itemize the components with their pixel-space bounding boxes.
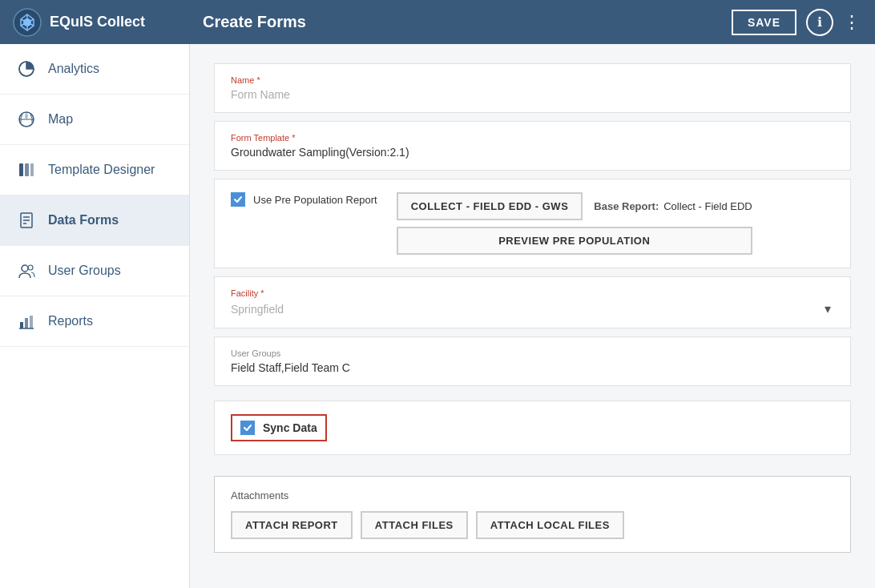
attach-files-button[interactable]: ATTACH FILES xyxy=(361,511,468,539)
sidebar: Analytics Map xyxy=(0,44,190,588)
sidebar-item-template-designer[interactable]: Template Designer xyxy=(0,145,189,195)
preview-pre-population-button[interactable]: PREVIEW PRE POPULATION xyxy=(397,227,752,255)
facility-section: Facility * Springfield ▾ xyxy=(214,276,851,328)
attachments-section: Attachments ATTACH REPORT ATTACH FILES A… xyxy=(214,476,851,553)
main-layout: Analytics Map xyxy=(0,44,875,588)
sync-checkbox[interactable] xyxy=(240,421,255,435)
base-report-label: Base Report: xyxy=(594,200,659,212)
sync-section: Sync Data xyxy=(214,401,851,455)
sidebar-item-data-forms[interactable]: Data Forms xyxy=(0,195,189,246)
collect-field-edd-button[interactable]: COLLECT - FIELD EDD - GWS xyxy=(397,192,583,220)
logo-area: EQuIS Collect xyxy=(13,8,203,37)
map-icon xyxy=(16,109,37,130)
user-groups-value[interactable]: Field Staff,Field Team C xyxy=(231,361,834,374)
svg-rect-11 xyxy=(19,163,23,176)
name-field: Name * Form Name xyxy=(215,64,850,112)
more-button[interactable]: ⋮ xyxy=(843,12,862,33)
user-groups-label: User Groups xyxy=(231,348,834,358)
base-report-area: Base Report: Collect - Field EDD xyxy=(594,200,752,212)
app-logo-icon xyxy=(13,8,42,37)
svg-point-1 xyxy=(23,18,31,26)
header: EQuIS Collect Create Forms SAVE ℹ ⋮ xyxy=(0,0,875,44)
sidebar-label-map: Map xyxy=(48,112,73,127)
page-title: Create Forms xyxy=(203,13,732,31)
sync-label: Sync Data xyxy=(263,421,317,434)
bar-chart-icon xyxy=(16,311,37,332)
sidebar-item-analytics[interactable]: Analytics xyxy=(0,44,189,95)
facility-dropdown-arrow[interactable]: ▾ xyxy=(821,301,834,316)
sidebar-label-analytics: Analytics xyxy=(48,62,99,76)
name-value[interactable]: Form Name xyxy=(231,88,834,101)
attachments-title: Attachments xyxy=(231,489,834,501)
save-button[interactable]: SAVE xyxy=(732,10,796,35)
user-groups-field: User Groups Field Staff,Field Team C xyxy=(215,337,850,385)
sidebar-item-reports[interactable]: Reports xyxy=(0,296,189,347)
header-actions: SAVE ℹ ⋮ xyxy=(732,9,862,36)
svg-point-18 xyxy=(22,265,28,272)
facility-field: Facility * Springfield ▾ xyxy=(215,277,850,328)
name-section: Name * Form Name xyxy=(214,63,851,113)
svg-rect-22 xyxy=(30,316,33,328)
content-area: Name * Form Name Form Template * Groundw… xyxy=(190,44,875,588)
svg-rect-20 xyxy=(20,322,23,328)
sidebar-label-user-groups: User Groups xyxy=(48,264,121,278)
facility-dropdown[interactable]: Springfield ▾ xyxy=(231,301,834,316)
template-label: Form Template * xyxy=(231,133,834,143)
facility-label: Facility * xyxy=(231,288,834,298)
template-section: Form Template * Groundwater Sampling(Ver… xyxy=(214,121,851,171)
pre-pop-checkbox[interactable] xyxy=(231,192,245,207)
template-value[interactable]: Groundwater Sampling(Version:2.1) xyxy=(231,146,834,159)
user-groups-section: User Groups Field Staff,Field Team C xyxy=(214,336,851,386)
name-label: Name * xyxy=(231,75,834,85)
file-icon xyxy=(16,210,37,231)
sidebar-label-template-designer: Template Designer xyxy=(48,163,155,177)
sidebar-item-user-groups[interactable]: User Groups xyxy=(0,246,189,296)
svg-point-19 xyxy=(28,265,33,270)
sync-wrapper: Sync Data xyxy=(231,414,327,441)
facility-value: Springfield xyxy=(231,303,821,316)
attach-local-files-button[interactable]: ATTACH LOCAL FILES xyxy=(476,511,624,539)
pre-population-section: Use Pre Population Report COLLECT - FIEL… xyxy=(214,179,851,268)
books-icon xyxy=(16,159,37,180)
svg-rect-12 xyxy=(25,163,29,176)
users-icon xyxy=(16,260,37,281)
sidebar-label-data-forms: Data Forms xyxy=(48,213,119,228)
pie-chart-icon xyxy=(16,58,37,79)
svg-rect-13 xyxy=(30,163,34,176)
info-button[interactable]: ℹ xyxy=(806,9,833,36)
info-icon: ℹ xyxy=(817,14,822,30)
base-report-value: Collect - Field EDD xyxy=(663,200,752,212)
svg-rect-21 xyxy=(25,318,28,328)
app-title: EQuIS Collect xyxy=(50,14,145,30)
attachments-buttons: ATTACH REPORT ATTACH FILES ATTACH LOCAL … xyxy=(231,511,834,539)
attach-report-button[interactable]: ATTACH REPORT xyxy=(231,511,353,539)
sidebar-item-map[interactable]: Map xyxy=(0,95,189,145)
pre-pop-label: Use Pre Population Report xyxy=(253,194,377,206)
template-field: Form Template * Groundwater Sampling(Ver… xyxy=(215,122,850,170)
sidebar-label-reports: Reports xyxy=(48,314,93,328)
